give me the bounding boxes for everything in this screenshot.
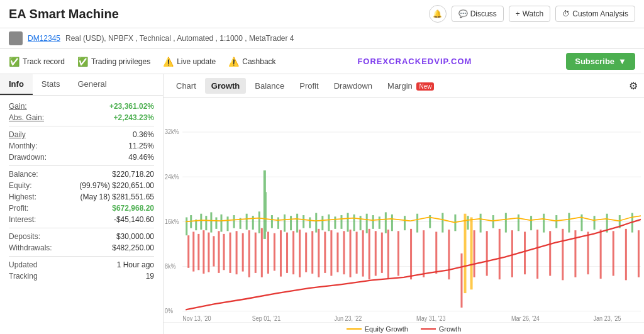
svg-rect-93 <box>362 230 364 276</box>
svg-rect-82 <box>292 231 294 274</box>
legend-line-yellow <box>347 328 362 330</box>
svg-rect-114 <box>600 230 602 279</box>
svg-rect-92 <box>356 231 358 274</box>
updated-value: 1 Hour ago <box>117 260 154 269</box>
svg-text:Nov 13, '20: Nov 13, '20 <box>182 315 211 322</box>
svg-rect-52 <box>492 215 494 228</box>
trading-privileges-status: ✅ Trading privileges <box>77 57 150 67</box>
tab-balance[interactable]: Balance <box>248 78 291 94</box>
statusbar: ✅ Track record ✅ Trading privileges ⚠️ L… <box>0 49 644 74</box>
svg-rect-64 <box>187 235 189 268</box>
info-row-deposits: Deposits: $30,000.00 <box>9 232 154 241</box>
avatar <box>9 31 23 45</box>
bell-icon[interactable]: 🔔 <box>429 5 447 23</box>
svg-rect-36 <box>340 215 342 229</box>
svg-rect-19 <box>233 215 235 228</box>
filter-icon[interactable]: ⚙ <box>629 80 638 92</box>
svg-rect-33 <box>321 216 323 230</box>
svg-rect-85 <box>311 231 313 274</box>
tracking-label: Tracking <box>9 272 38 281</box>
svg-rect-73 <box>236 231 238 274</box>
account-details: Real (USD), NPBFX , Technical , Automate… <box>65 34 294 43</box>
svg-rect-91 <box>350 230 352 277</box>
tab-drawdown[interactable]: Drawdown <box>328 78 379 94</box>
growth-line <box>186 220 641 310</box>
divider-4 <box>9 256 154 257</box>
interest-value: -$45,140.60 <box>114 215 154 224</box>
app-title: EA Smart Machine <box>9 7 119 21</box>
daily-label[interactable]: Daily <box>9 130 26 139</box>
svg-rect-35 <box>334 216 336 229</box>
svg-rect-21 <box>246 214 248 230</box>
svg-rect-107 <box>511 230 513 277</box>
svg-text:32k%: 32k% <box>165 128 179 136</box>
svg-text:Sep 01, '21: Sep 01, '21 <box>252 315 280 322</box>
svg-text:Jun 23, '22: Jun 23, '22 <box>334 315 362 322</box>
svg-rect-29 <box>296 214 298 233</box>
svg-rect-28 <box>290 216 292 230</box>
equity-label: Equity: <box>9 181 32 190</box>
tab-stats[interactable]: Stats <box>33 74 69 95</box>
gain-label[interactable]: Gain: <box>9 102 27 111</box>
svg-rect-101 <box>435 231 437 274</box>
svg-text:Mar 26, '24: Mar 26, '24 <box>511 315 540 322</box>
info-row-drawdown: Drawdown: 49.46% <box>9 153 154 162</box>
svg-rect-18 <box>227 216 229 231</box>
discuss-button[interactable]: 💬 Discuss <box>452 6 504 22</box>
svg-rect-116 <box>625 229 627 281</box>
svg-rect-23 <box>258 211 260 233</box>
tab-margin[interactable]: Margin New <box>381 78 440 94</box>
info-row-highest: Highest: (May 18) $281,551.65 <box>9 192 154 201</box>
info-row-withdrawals: Withdrawals: $482,250.00 <box>9 243 154 252</box>
account-link[interactable]: DM12345 <box>28 34 60 43</box>
svg-rect-79 <box>274 233 275 271</box>
svg-rect-90 <box>343 231 345 274</box>
svg-rect-78 <box>267 231 269 274</box>
legend-equity-label: Equity Growth <box>365 325 408 333</box>
svg-rect-69 <box>213 236 214 266</box>
growth-chart: 0% 8k% 16k% 24k% 32k% <box>164 98 644 322</box>
deposits-label: Deposits: <box>9 232 40 241</box>
withdrawals-label: Withdrawals: <box>9 243 52 252</box>
tab-info[interactable]: Info <box>0 74 33 95</box>
info-row-equity: Equity: (99.97%) $220,651.00 <box>9 181 154 190</box>
svg-rect-37 <box>347 213 349 232</box>
svg-rect-65 <box>192 231 194 271</box>
svg-rect-76 <box>255 233 257 273</box>
abs-gain-label[interactable]: Abs. Gain: <box>9 113 44 122</box>
new-badge: New <box>416 82 434 91</box>
svg-rect-105 <box>486 231 488 276</box>
tab-growth[interactable]: Growth <box>205 78 247 94</box>
subscribe-button[interactable]: Subscribe ▼ <box>566 53 635 70</box>
svg-rect-109 <box>536 230 538 279</box>
svg-rect-15 <box>210 212 212 232</box>
interest-label: Interest: <box>9 215 36 224</box>
svg-rect-117 <box>638 230 640 277</box>
svg-rect-113 <box>587 231 589 274</box>
svg-rect-41 <box>372 215 374 229</box>
drawdown-value: 49.46% <box>128 153 154 162</box>
tab-chart[interactable]: Chart <box>170 78 203 94</box>
chevron-down-icon: ▼ <box>618 57 626 66</box>
tab-profit[interactable]: Profit <box>293 78 325 94</box>
watermark: FOREXCRACKEDVIP.COM <box>357 57 472 66</box>
svg-rect-86 <box>318 229 319 277</box>
info-row-profit: Profit: $672,968.20 <box>9 204 154 213</box>
divider-2 <box>9 165 154 166</box>
svg-rect-56 <box>543 214 545 233</box>
monthly-label: Monthly: <box>9 142 37 150</box>
tab-general[interactable]: General <box>69 74 115 95</box>
balance-label: Balance: <box>9 170 38 179</box>
svg-rect-70 <box>218 231 219 273</box>
svg-rect-75 <box>248 230 250 277</box>
app-header: EA Smart Machine 🔔 💬 Discuss + Watch ⏱ C… <box>0 0 644 28</box>
equity-value: (99.97%) $220,651.00 <box>79 181 154 190</box>
highest-value: (May 18) $281,551.65 <box>80 192 154 201</box>
live-update-status: ⚠️ Live update <box>163 57 216 67</box>
balance-value: $220,718.20 <box>112 170 154 179</box>
svg-rect-50 <box>467 216 469 230</box>
watch-button[interactable]: + Watch <box>509 6 551 22</box>
deposits-value: $30,000.00 <box>116 232 154 241</box>
custom-analysis-button[interactable]: ⏱ Custom Analysis <box>555 6 635 22</box>
svg-rect-119 <box>464 214 467 293</box>
